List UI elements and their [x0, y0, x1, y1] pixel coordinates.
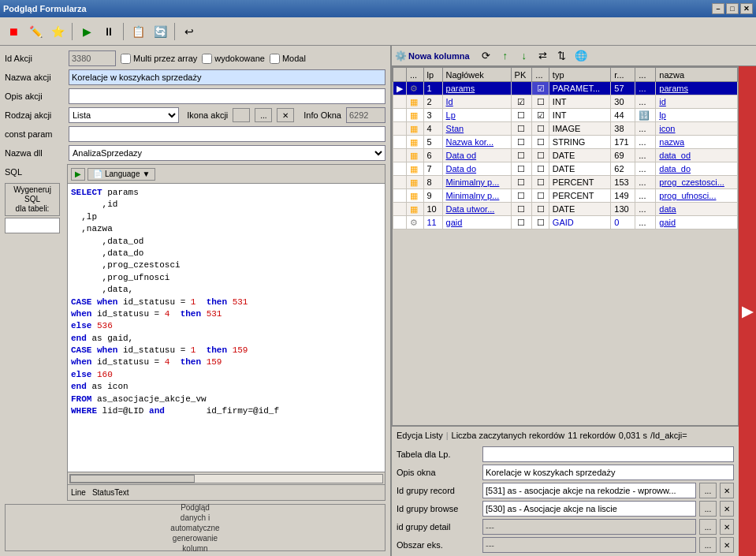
sql-run-button[interactable]: ▶	[71, 168, 85, 181]
table-row[interactable]: ▦ 8 Minimalny p... ☐ ☐ PERCENT 153 ... p…	[393, 176, 738, 189]
play-button[interactable]: ▶	[76, 21, 97, 42]
table-row[interactable]: ▦ 5 Nazwa kor... ☐ ☐ STRING 171 ... nazw…	[393, 136, 738, 149]
table-row[interactable]: ▶ ⚙ 1 params ☑ PARAMET... 57 ... params	[393, 82, 738, 95]
rodzaj-akcji-select[interactable]: Lista Formularz Raport	[69, 107, 179, 123]
const-param-input[interactable]	[69, 126, 385, 142]
id-grupy-detail-input[interactable]	[482, 519, 696, 535]
back-button[interactable]: ↩	[179, 21, 199, 42]
grid-swap-button[interactable]: ⇄	[534, 48, 552, 64]
row-naglowek[interactable]: Data do	[442, 162, 511, 176]
row-nazwa[interactable]: lp	[656, 109, 738, 122]
row-naglowek[interactable]: gaid	[442, 216, 511, 229]
gen-sql-input[interactable]	[5, 218, 60, 233]
id-grupy-record-input[interactable]	[482, 483, 696, 498]
pause-button[interactable]: ⏸	[99, 21, 119, 42]
row-dots[interactable]: ...	[635, 176, 656, 189]
row-nazwa[interactable]: data_do	[656, 162, 738, 176]
tabela-lp-input[interactable]	[482, 446, 734, 462]
sql-hscroll-thumb[interactable]	[70, 475, 195, 483]
maximize-button[interactable]: □	[726, 3, 739, 14]
row-nazwa[interactable]: icon	[656, 122, 738, 136]
row-nazwa[interactable]: data	[656, 203, 738, 216]
stop-button[interactable]: ⏹	[3, 21, 24, 42]
nazwa-akcji-input[interactable]	[69, 69, 385, 85]
grid-up-button[interactable]: ↑	[497, 48, 514, 64]
col-lp[interactable]: lp	[423, 68, 442, 82]
table-row[interactable]: ⚙ 11 gaid ☐ ☐ GAID 0 ... gaid	[393, 216, 738, 229]
table-row[interactable]: ▦ 10 Data utwor... ☐ ☐ DATE 130 ... data	[393, 203, 738, 216]
grid-sort-button[interactable]: ⇅	[553, 48, 571, 64]
row-naglowek[interactable]: Lp	[442, 109, 511, 122]
grid-down-button[interactable]: ↓	[516, 48, 533, 64]
ikona-browse-button[interactable]: ...	[255, 108, 272, 122]
row-naglowek[interactable]: Id	[442, 95, 511, 109]
obszar-eks-input[interactable]	[482, 537, 696, 553]
row-dots[interactable]: 🔢	[635, 109, 656, 122]
row-nazwa[interactable]: prog_czestosci...	[656, 176, 738, 189]
opis-akcji-input[interactable]	[69, 88, 385, 104]
row-dots[interactable]: ...	[635, 189, 656, 203]
row-nazwa[interactable]: params	[656, 82, 738, 95]
row-dots[interactable]: ...	[635, 95, 656, 109]
row-naglowek[interactable]: Stan	[442, 122, 511, 136]
row-dots[interactable]: ...	[635, 122, 656, 136]
nazwa-dll-select[interactable]: AnalizaSprzedazy	[69, 145, 385, 161]
row-naglowek[interactable]: Data utwor...	[442, 203, 511, 216]
col-pk[interactable]: PK	[511, 68, 532, 82]
podglad-danych-button[interactable]: Podgląd danych i automatyczne generowani…	[5, 504, 385, 551]
opis-okna-input[interactable]	[482, 465, 734, 480]
table-row[interactable]: ▦ 7 Data do ☐ ☐ DATE 62 ... data_do	[393, 162, 738, 176]
sql-hscrollbar[interactable]	[68, 472, 385, 484]
row-dots[interactable]: ...	[635, 82, 656, 95]
col-r[interactable]: r...	[611, 68, 635, 82]
col-typ[interactable]: typ	[549, 68, 610, 82]
star-button[interactable]: ⭐	[47, 21, 68, 42]
id-grupy-record-browse-button[interactable]: ...	[699, 483, 717, 498]
grid-container[interactable]: ... lp Nagłówek PK ... typ r... ... nazw…	[392, 66, 739, 426]
right-arrow-panel[interactable]: ▶	[739, 66, 756, 556]
gen-sql-button[interactable]: Wygeneruj SQL dla tabeli:	[5, 183, 60, 216]
table-row[interactable]: ▦ 4 Stan ☐ ☐ IMAGE 38 ... icon	[393, 122, 738, 136]
row-dots[interactable]: ...	[635, 136, 656, 149]
obszar-eks-clear-button[interactable]: ✕	[720, 537, 734, 553]
ikona-clear-button[interactable]: ✕	[277, 108, 294, 122]
id-grupy-record-clear-button[interactable]: ✕	[720, 483, 734, 498]
row-naglowek[interactable]: params	[442, 82, 511, 95]
table-row[interactable]: ▦ 2 Id ☑ ☐ INT 30 ... id	[393, 95, 738, 109]
grid-refresh-button[interactable]: ⟳	[478, 48, 495, 64]
table-row[interactable]: ▦ 6 Data od ☐ ☐ DATE 69 ... data_od	[393, 149, 738, 162]
multi-przez-array-checkbox[interactable]: Multi przez array	[121, 54, 197, 64]
id-grupy-browse-input[interactable]	[482, 501, 696, 517]
refresh-button[interactable]: 🔄	[150, 21, 170, 42]
row-dots[interactable]: ...	[635, 216, 656, 229]
row-naglowek[interactable]: Minimalny p...	[442, 189, 511, 203]
close-button[interactable]: ✕	[740, 3, 753, 14]
row-nazwa[interactable]: nazwa	[656, 136, 738, 149]
copy-button[interactable]: 📋	[128, 21, 148, 42]
wydokowane-checkbox[interactable]: wydokowane	[202, 54, 265, 64]
row-naglowek[interactable]: Nazwa kor...	[442, 136, 511, 149]
sql-language-button[interactable]: 📄 Language ▼	[88, 168, 155, 181]
row-naglowek[interactable]: Data od	[442, 149, 511, 162]
id-grupy-detail-clear-button[interactable]: ✕	[720, 519, 734, 535]
col-nazwa[interactable]: nazwa	[656, 68, 738, 82]
sql-editor[interactable]: SELECT params ,id ,lp ,nazwa ,data_od ,d…	[68, 184, 385, 472]
id-akcji-input[interactable]	[69, 50, 116, 66]
row-dots[interactable]: ...	[635, 149, 656, 162]
obszar-eks-browse-button[interactable]: ...	[699, 537, 717, 553]
row-nazwa[interactable]: prog_ufnosci...	[656, 189, 738, 203]
row-dots[interactable]: ...	[635, 203, 656, 216]
row-naglowek[interactable]: Minimalny p...	[442, 176, 511, 189]
row-nazwa[interactable]: gaid	[656, 216, 738, 229]
col-naglowek[interactable]: Nagłówek	[442, 68, 511, 82]
table-row[interactable]: ▦ 9 Minimalny p... ☐ ☐ PERCENT 149 ... p…	[393, 189, 738, 203]
minimize-button[interactable]: –	[712, 3, 724, 14]
table-row[interactable]: ▦ 3 Lp ☐ ☑ INT 44 🔢 lp	[393, 109, 738, 122]
edit-button[interactable]: ✏️	[25, 21, 46, 42]
id-grupy-browse-browse-button[interactable]: ...	[699, 501, 717, 517]
sql-hscroll-track[interactable]	[69, 474, 383, 483]
id-grupy-browse-clear-button[interactable]: ✕	[720, 501, 734, 517]
modal-checkbox[interactable]: Modal	[270, 54, 306, 64]
grid-web-button[interactable]: 🌐	[572, 48, 590, 64]
row-nazwa[interactable]: id	[656, 95, 738, 109]
